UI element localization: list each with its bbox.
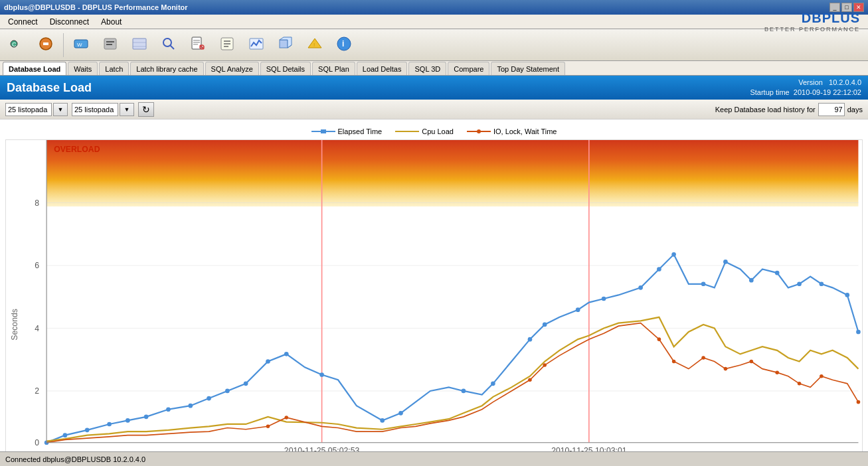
legend-cpu-load: Cpu Load <box>395 127 454 135</box>
top-day-button[interactable]: i <box>330 32 358 58</box>
svg-text:Seconds: Seconds <box>10 309 19 341</box>
svg-rect-24 <box>280 40 288 48</box>
date-to-calendar-btn[interactable]: ▼ <box>120 103 134 116</box>
svg-rect-30 <box>321 129 326 133</box>
version-value: 10.2.0.4.0 <box>829 78 861 86</box>
window-title: dbplus@DBPLUSDB - DBPLUS Performance Mon… <box>4 3 188 11</box>
tab-latch[interactable]: Latch <box>99 62 129 75</box>
cpu-load-line <box>46 317 858 441</box>
legend-elapsed-time: Elapsed Time <box>311 127 383 135</box>
tab-sql-details[interactable]: SQL Details <box>260 62 311 75</box>
svg-rect-34 <box>46 140 858 206</box>
date-from-calendar-btn[interactable]: ▼ <box>53 103 68 116</box>
svg-point-93 <box>798 382 802 386</box>
status-text: Connected dbplus@DBPLUSDB 10.2.0.4.0 <box>5 455 145 463</box>
svg-text:W: W <box>77 42 82 48</box>
svg-rect-3 <box>43 42 48 45</box>
sql-details-button[interactable] <box>184 32 212 58</box>
latch-library-icon <box>131 36 147 54</box>
svg-rect-15 <box>193 40 200 41</box>
logo-subtitle: BETTER PERFORMANCE <box>764 26 860 33</box>
svg-point-55 <box>144 415 149 420</box>
svg-point-53 <box>107 422 112 427</box>
svg-point-74 <box>671 252 676 257</box>
version-label: Version <box>798 78 823 86</box>
svg-rect-8 <box>106 44 112 45</box>
tab-sql-3d[interactable]: SQL 3D <box>408 62 446 75</box>
sql-analyze-button[interactable] <box>155 32 183 58</box>
startup-value: 2010-09-19 22:12:02 <box>794 88 861 96</box>
svg-point-92 <box>775 370 779 374</box>
overload-label: OVERLOAD <box>54 145 100 154</box>
latch-library-button[interactable] <box>126 32 153 58</box>
svg-point-59 <box>225 389 230 394</box>
legend-io-wait: IO, Lock, Wait Time <box>467 127 557 135</box>
svg-point-58 <box>207 396 211 401</box>
load-deltas-button[interactable] <box>242 32 270 58</box>
menu-connect[interactable]: Connect <box>3 16 43 28</box>
menu-about[interactable]: About <box>96 16 127 28</box>
svg-text:0: 0 <box>35 438 39 447</box>
toolbar-separator <box>63 33 64 57</box>
sql-3d-button[interactable] <box>272 32 300 58</box>
waits-button[interactable]: W <box>67 32 95 58</box>
date-from-field[interactable] <box>5 103 52 116</box>
svg-point-82 <box>856 330 861 335</box>
tab-load-deltas[interactable]: Load Deltas <box>357 62 408 75</box>
tab-database-load[interactable]: Database Load <box>3 62 66 75</box>
main-content: Elapsed Time Cpu Load IO, Lock, Wait Tim… <box>0 119 868 466</box>
compare-icon: ! <box>307 36 323 54</box>
legend-elapsed-label: Elapsed Time <box>338 127 383 135</box>
svg-rect-16 <box>193 42 200 43</box>
chart-legend: Elapsed Time Cpu Load IO, Lock, Wait Tim… <box>5 125 863 139</box>
svg-point-51 <box>63 433 68 437</box>
svg-rect-17 <box>193 44 198 45</box>
svg-text:8: 8 <box>35 198 39 208</box>
tabs-row: Database Load Waits Latch Latch library … <box>0 61 868 76</box>
date-to-input: ▼ <box>72 103 134 116</box>
chart-container[interactable]: OVERLOAD 8 6 4 2 0 Seconds 2010 <box>5 139 863 458</box>
svg-point-63 <box>319 372 324 377</box>
version-info: Version 10.2.0.4.0 Startup time 2010-09-… <box>750 78 861 98</box>
svg-text:i: i <box>342 39 344 48</box>
elapsed-time-line <box>46 254 858 442</box>
tab-sql-plan[interactable]: SQL Plan <box>312 62 355 75</box>
latch-button[interactable] <box>96 32 124 58</box>
tab-latch-library-cache[interactable]: Latch library cache <box>130 62 203 75</box>
sql-plan-button[interactable] <box>213 32 241 58</box>
connect-icon: C <box>9 36 25 54</box>
disconnect-button[interactable] <box>32 32 60 58</box>
svg-point-88 <box>672 360 676 364</box>
sql-details-icon <box>190 36 206 54</box>
compare-button[interactable]: ! <box>301 32 329 58</box>
svg-point-91 <box>750 360 754 364</box>
menu-disconnect[interactable]: Disconnect <box>44 16 94 28</box>
svg-text:6: 6 <box>35 261 39 270</box>
keep-history-control: Keep Database load history for days <box>715 103 863 116</box>
latch-icon <box>102 36 118 54</box>
keep-history-value[interactable] <box>818 103 845 116</box>
svg-text:4: 4 <box>35 324 39 333</box>
date-to-field[interactable] <box>72 103 118 116</box>
svg-point-86 <box>543 363 547 367</box>
tab-waits[interactable]: Waits <box>68 62 98 75</box>
tab-top-day-statement[interactable]: Top Day Statement <box>491 62 565 75</box>
svg-point-89 <box>701 356 705 360</box>
svg-point-61 <box>266 359 270 364</box>
svg-point-33 <box>477 129 481 133</box>
svg-point-95 <box>857 400 861 404</box>
svg-point-84 <box>284 416 288 420</box>
svg-point-56 <box>166 407 171 412</box>
date-from-input: ▼ <box>5 103 68 116</box>
refresh-button[interactable]: ↻ <box>138 102 154 117</box>
svg-point-78 <box>775 271 780 275</box>
svg-point-83 <box>266 425 270 429</box>
sql-plan-icon <box>219 36 235 54</box>
svg-point-60 <box>244 382 248 386</box>
svg-rect-9 <box>133 39 146 49</box>
connect-button[interactable]: C <box>3 32 31 58</box>
tab-sql-analyze[interactable]: SQL Analyze <box>205 62 259 75</box>
svg-text:2: 2 <box>35 386 39 396</box>
status-bar: Connected dbplus@DBPLUSDB 10.2.0.4.0 <box>0 451 868 466</box>
tab-compare[interactable]: Compare <box>448 62 489 75</box>
